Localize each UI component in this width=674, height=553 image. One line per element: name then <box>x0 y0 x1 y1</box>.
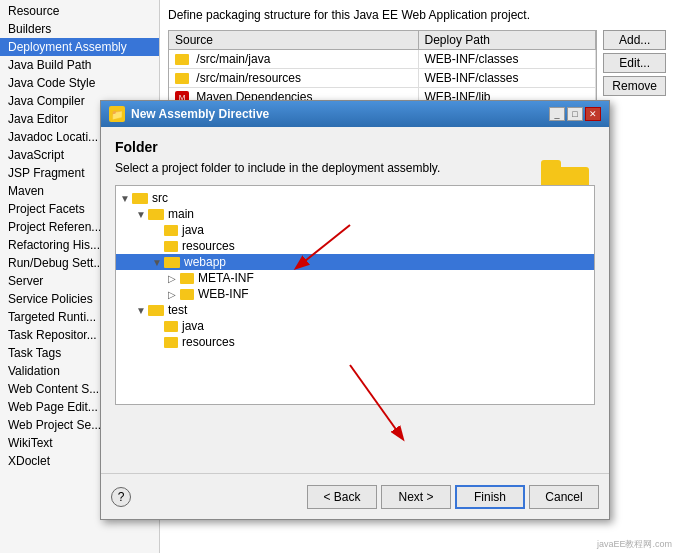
expand-icon: ▷ <box>168 273 180 284</box>
finish-button[interactable]: Finish <box>455 485 525 509</box>
tree-label: java <box>182 223 204 237</box>
sidebar-item-resource[interactable]: Resource <box>0 2 159 20</box>
tree-item-webapp[interactable]: ▼ webapp <box>116 254 594 270</box>
help-button[interactable]: ? <box>111 487 131 507</box>
folder-icon <box>148 305 164 316</box>
folder-tree[interactable]: ▼ src ▼ main java <box>115 185 595 405</box>
sidebar-item-java-build-path[interactable]: Java Build Path <box>0 56 159 74</box>
close-button[interactable]: ✕ <box>585 107 601 121</box>
folder-icon <box>180 273 194 284</box>
tree-label: WEB-INF <box>198 287 249 301</box>
footer-buttons: < Back Next > Finish Cancel <box>307 485 599 509</box>
tree-label: java <box>182 319 204 333</box>
deploy-cell: WEB-INF/classes <box>418 69 596 88</box>
table-row[interactable]: /src/main/java WEB-INF/classes <box>169 50 596 69</box>
expand-icon: ▼ <box>136 209 148 220</box>
sidebar-item-java-code-style[interactable]: Java Code Style <box>0 74 159 92</box>
tree-item-src[interactable]: ▼ src <box>116 190 594 206</box>
dialog-heading: Folder <box>115 139 595 155</box>
eclipse-background: Resource Builders Deployment Assembly Ja… <box>0 0 674 553</box>
tree-item-meta-inf[interactable]: ▷ META-INF <box>116 270 594 286</box>
watermark: javaEE教程网.com <box>597 538 672 551</box>
dialog-titlebar: 📁 New Assembly Directive _ □ ✕ <box>101 101 609 127</box>
remove-button[interactable]: Remove <box>603 76 666 96</box>
folder-icon <box>148 209 164 220</box>
sidebar-item-builders[interactable]: Builders <box>0 20 159 38</box>
assembly-table: Source Deploy Path /src/main/java WEB-IN… <box>169 31 596 108</box>
back-button[interactable]: < Back <box>307 485 377 509</box>
tree-label: webapp <box>184 255 226 269</box>
folder-icon <box>175 73 189 84</box>
tree-label: META-INF <box>198 271 254 285</box>
footer-left: ? <box>111 487 131 507</box>
source-cell: /src/main/java <box>169 50 418 69</box>
folder-icon <box>164 225 178 236</box>
dialog-subtext: Select a project folder to include in th… <box>115 161 595 175</box>
tree-item-test-java[interactable]: java <box>116 318 594 334</box>
deploy-cell: WEB-INF/classes <box>418 50 596 69</box>
new-assembly-directive-dialog: 📁 New Assembly Directive _ □ ✕ Folder Se… <box>100 100 610 520</box>
table-row[interactable]: /src/main/resources WEB-INF/classes <box>169 69 596 88</box>
sidebar-item-deployment-assembly[interactable]: Deployment Assembly <box>0 38 159 56</box>
col-deploy-header: Deploy Path <box>418 31 596 50</box>
col-source-header: Source <box>169 31 418 50</box>
tree-label: src <box>152 191 168 205</box>
tree-label: resources <box>182 239 235 253</box>
folder-icon <box>175 54 189 65</box>
dialog-title-left: 📁 New Assembly Directive <box>109 106 269 122</box>
tree-label: main <box>168 207 194 221</box>
tree-label: resources <box>182 335 235 349</box>
folder-icon <box>164 321 178 332</box>
tree-item-resources[interactable]: resources <box>116 238 594 254</box>
next-button[interactable]: Next > <box>381 485 451 509</box>
expand-icon: ▼ <box>152 257 164 268</box>
main-description: Define packaging structure for this Java… <box>168 8 666 22</box>
tree-item-web-inf[interactable]: ▷ WEB-INF <box>116 286 594 302</box>
dialog-controls: _ □ ✕ <box>549 107 601 121</box>
folder-icon <box>164 241 178 252</box>
maximize-button[interactable]: □ <box>567 107 583 121</box>
folder-icon <box>164 257 180 268</box>
expand-icon: ▼ <box>136 305 148 316</box>
tree-item-main[interactable]: ▼ main <box>116 206 594 222</box>
tree-label: test <box>168 303 187 317</box>
source-cell: /src/main/resources <box>169 69 418 88</box>
expand-icon: ▼ <box>120 193 132 204</box>
tree-item-test-resources[interactable]: resources <box>116 334 594 350</box>
folder-icon <box>180 289 194 300</box>
assembly-table-wrapper: Source Deploy Path /src/main/java WEB-IN… <box>168 30 597 109</box>
edit-button[interactable]: Edit... <box>603 53 666 73</box>
expand-icon: ▷ <box>168 289 180 300</box>
dialog-body: Folder Select a project folder to includ… <box>101 127 609 473</box>
dialog-footer: ? < Back Next > Finish Cancel <box>101 473 609 519</box>
action-buttons: Add... Edit... Remove <box>603 30 666 109</box>
folder-icon <box>132 193 148 204</box>
tree-item-test[interactable]: ▼ test <box>116 302 594 318</box>
dialog-title-text: New Assembly Directive <box>131 107 269 121</box>
folder-icon <box>164 337 178 348</box>
tree-item-java[interactable]: java <box>116 222 594 238</box>
minimize-button[interactable]: _ <box>549 107 565 121</box>
dialog-title-icon: 📁 <box>109 106 125 122</box>
add-button[interactable]: Add... <box>603 30 666 50</box>
cancel-button[interactable]: Cancel <box>529 485 599 509</box>
assembly-table-container: Source Deploy Path /src/main/java WEB-IN… <box>168 30 666 109</box>
